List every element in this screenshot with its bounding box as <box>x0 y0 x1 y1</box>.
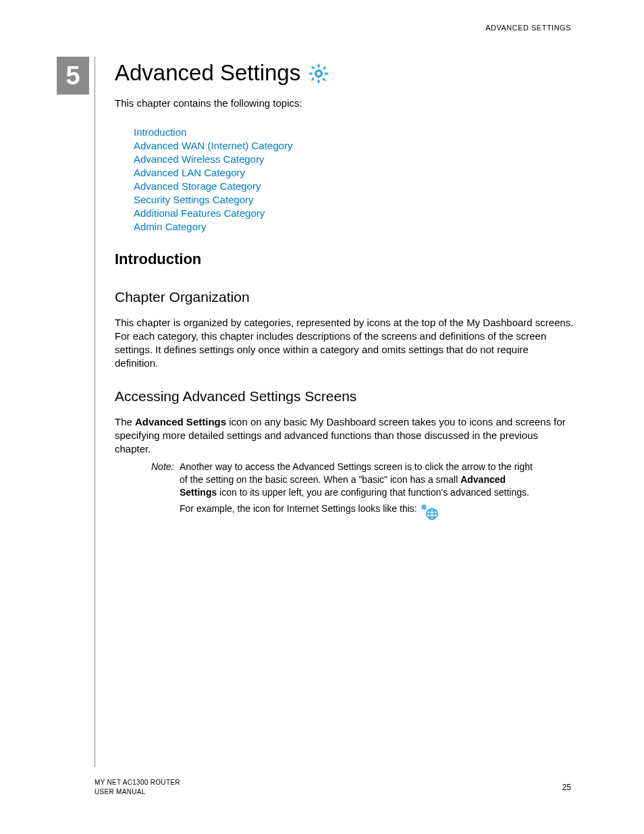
vertical-rule <box>95 57 95 767</box>
toc-link-wireless[interactable]: Advanced Wireless Category <box>134 153 264 165</box>
note-body: Another way to access the Advanced Setti… <box>180 461 543 520</box>
toc-link-introduction[interactable]: Introduction <box>134 126 186 138</box>
chapter-number-badge: 5 <box>57 57 89 95</box>
note-block: Note: Another way to access the Advanced… <box>151 461 543 520</box>
page-number: 25 <box>562 783 571 792</box>
running-header: ADVANCED SETTINGS <box>485 24 571 32</box>
paragraph-accessing: The Advanced Settings icon on any basic … <box>115 415 574 456</box>
toc-link-admin[interactable]: Admin Category <box>134 221 207 232</box>
footer-line1: MY NET AC1300 ROUTER <box>95 778 180 787</box>
toc-link-lan[interactable]: Advanced LAN Category <box>134 167 245 178</box>
paragraph-organization: This chapter is organized by categories,… <box>115 316 574 370</box>
chapter-title-text: Advanced Settings <box>115 60 300 86</box>
heading-chapter-organization: Chapter Organization <box>115 289 250 305</box>
chapter-title: Advanced Settings <box>115 59 331 86</box>
toc-link-wan[interactable]: Advanced WAN (Internet) Category <box>134 140 292 151</box>
text: The <box>115 416 135 427</box>
topic-list: Introduction Advanced WAN (Internet) Cat… <box>134 126 292 234</box>
internet-settings-icon <box>420 503 440 524</box>
heading-introduction: Introduction <box>115 251 201 268</box>
chapter-lead: This chapter contains the following topi… <box>115 97 302 109</box>
svg-point-0 <box>316 71 322 77</box>
toc-link-additional[interactable]: Additional Features Category <box>134 207 265 219</box>
bold-advanced-settings: Advanced Settings <box>135 416 226 427</box>
text: icon to its upper left, you are configur… <box>180 487 529 514</box>
gear-icon <box>306 59 331 86</box>
note-label: Note: <box>151 461 173 473</box>
heading-accessing: Accessing Advanced Settings Screens <box>115 388 356 405</box>
toc-link-security[interactable]: Security Settings Category <box>134 194 254 205</box>
footer-product: MY NET AC1300 ROUTER USER MANUAL <box>95 778 180 797</box>
toc-link-storage[interactable]: Advanced Storage Category <box>134 180 261 192</box>
footer-line2: USER MANUAL <box>95 787 180 797</box>
